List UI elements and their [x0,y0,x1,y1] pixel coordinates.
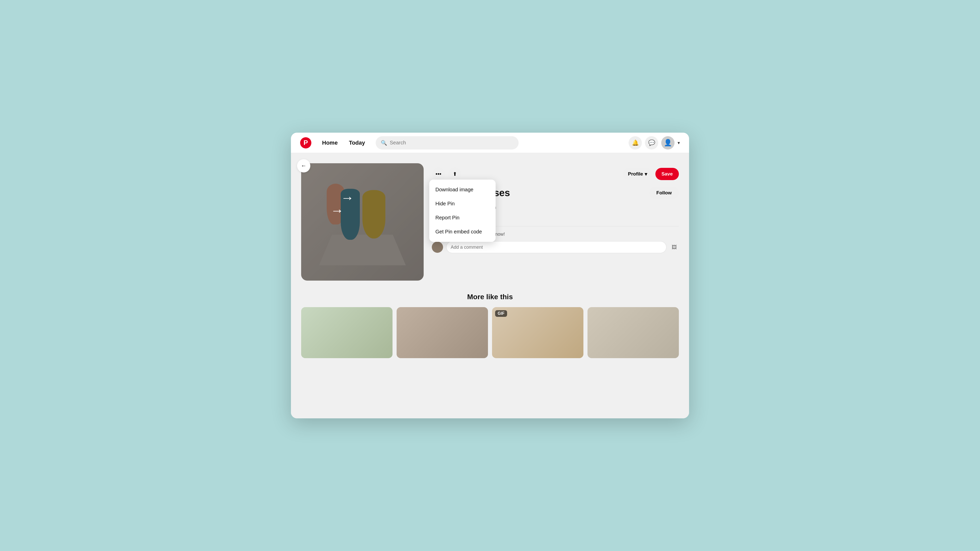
image-icon: 🖼 [672,245,677,250]
account-dropdown-chevron[interactable]: ▾ [678,140,680,146]
share-icon: ⬆ [453,171,457,177]
more-item-4[interactable] [587,307,679,358]
main-content: ← → → [291,153,689,418]
dropdown-item-embed[interactable]: Get Pin embed code [429,225,496,239]
gif-badge: GIF [495,310,507,317]
pin-detail: → → ••• Download image Hide Pin Report [301,163,679,281]
more-options-button[interactable]: ••• Download image Hide Pin Report Pin G… [432,167,445,181]
avatar-icon: 👤 [664,139,672,147]
search-bar: 🔍 [375,136,519,149]
comment-input-row: 🖼 [432,241,679,253]
pinterest-logo[interactable]: P [300,137,311,148]
more-item-2[interactable] [396,307,488,358]
bell-icon: 🔔 [632,140,639,146]
pin-image: → → [301,163,424,281]
image-overlay [301,163,424,281]
profile-chevron-icon: ▾ [645,171,647,177]
message-icon: 💬 [648,140,655,146]
navbar: P Home Today 🔍 🔔 💬 👤 ▾ [291,133,689,153]
search-icon: 🔍 [381,140,387,146]
nav-today[interactable]: Today [344,137,369,149]
back-arrow-icon: ← [301,162,307,169]
avatar-button[interactable]: 👤 [661,136,675,149]
user-avatar [432,241,443,253]
nav-links: Home Today [318,137,369,149]
comment-input[interactable] [446,241,667,253]
notifications-button[interactable]: 🔔 [628,136,642,149]
more-item-1[interactable] [301,307,393,358]
pin-detail-right: ••• Download image Hide Pin Report Pin G… [432,163,679,281]
comment-image-button[interactable]: 🖼 [670,243,679,252]
more-item-3[interactable]: GIF [492,307,584,358]
profile-button[interactable]: Profile ▾ [623,168,652,180]
dropdown-item-download[interactable]: Download image [429,183,496,197]
back-button[interactable]: ← [297,159,310,172]
more-title: More like this [301,293,679,301]
action-bar: ••• Download image Hide Pin Report Pin G… [432,167,679,181]
nav-home[interactable]: Home [318,137,342,149]
save-button[interactable]: Save [655,168,679,180]
dropdown-item-hide[interactable]: Hide Pin [429,197,496,211]
more-grid: GIF [301,307,679,358]
nav-actions: 🔔 💬 👤 ▾ [628,136,680,149]
share-button[interactable]: ⬆ [448,167,461,181]
dots-icon: ••• [435,171,441,177]
search-input[interactable] [390,140,514,146]
dropdown-menu: Download image Hide Pin Report Pin Get P… [429,179,496,242]
follow-button[interactable]: Follow [649,187,679,199]
more-section: More like this GIF [301,293,679,358]
messages-button[interactable]: 💬 [645,136,658,149]
dropdown-item-report[interactable]: Report Pin [429,211,496,225]
browser-window: P Home Today 🔍 🔔 💬 👤 ▾ ← [291,133,689,418]
profile-label: Profile [628,171,643,177]
